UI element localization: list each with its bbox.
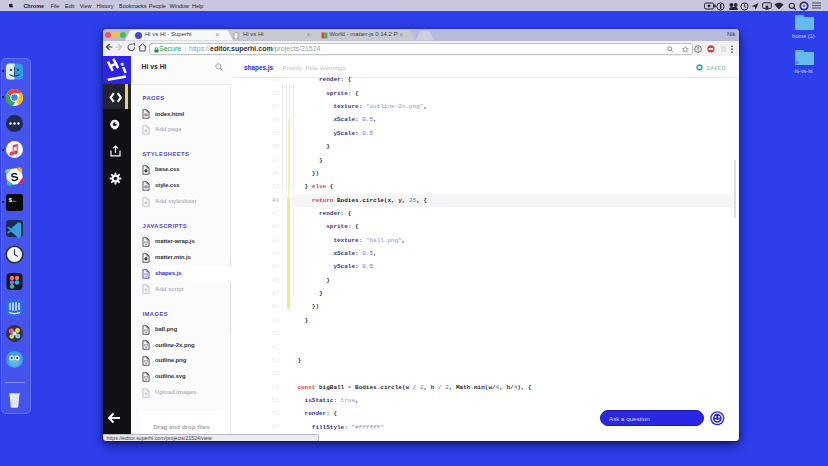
svg-text:$: $ <box>8 196 12 203</box>
